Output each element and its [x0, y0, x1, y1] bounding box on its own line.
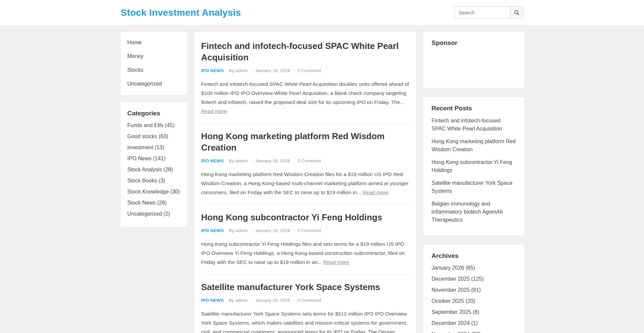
archive-link[interactable]: September 2025 (8) — [432, 309, 479, 315]
recent-post-link[interactable]: Satellite manufacturer York Space System… — [432, 180, 513, 194]
search-input[interactable] — [454, 6, 510, 19]
category-link[interactable]: IPO News (141) — [127, 156, 166, 161]
category-link[interactable]: Stock Books (3) — [127, 178, 165, 183]
post-comments-link[interactable]: 0 Comment — [298, 158, 321, 163]
sponsor-widget: Sponsor — [423, 32, 524, 88]
read-more-link[interactable]: Read more — [363, 189, 388, 195]
post-date-link[interactable]: January 16, 2026 — [255, 68, 290, 73]
category-item: Stock News (26) — [127, 199, 180, 206]
post-excerpt-text: Fintech and infotech-focused SPAC White … — [201, 81, 409, 105]
archive-link[interactable]: November 2024 (27) — [432, 331, 481, 333]
recent-posts-widget: Recent Posts Fintech and infotech-focuse… — [423, 97, 524, 235]
archive-item: October 2025 (20) — [432, 297, 516, 304]
categories-title: Categories — [127, 110, 180, 117]
post-title-link[interactable]: Hong Kong marketing platform Red Wisdom … — [201, 130, 409, 153]
post-item: Hong Kong marketing platform Red Wisdom … — [201, 130, 409, 197]
meta-separator: · — [251, 68, 252, 73]
posts-list: Fintech and infotech-focused SPAC White … — [195, 32, 416, 333]
nav-item-money[interactable]: Money — [121, 49, 187, 63]
post-title-link[interactable]: Satellite manufacturer York Space System… — [201, 281, 409, 293]
post-author: By admin — [229, 228, 248, 233]
archives-title: Archives — [432, 252, 516, 260]
category-item: IPO News (141) — [127, 155, 180, 162]
post-excerpt-text: Satellite manufacturer York Space System… — [201, 311, 408, 333]
category-link[interactable]: Stock News (26) — [127, 200, 167, 206]
post-author: By admin — [229, 298, 248, 303]
post-excerpt: Hong Kong marketing platform Red Wisdom … — [201, 170, 409, 197]
meta-separator: · — [293, 228, 294, 233]
category-link[interactable]: Uncategorized (2) — [127, 211, 170, 217]
archive-item: December 2024 (1) — [432, 320, 516, 327]
search-form — [454, 6, 524, 19]
meta-separator: · — [293, 68, 294, 73]
category-link[interactable]: Stock Knowledge (30) — [127, 189, 180, 195]
read-more-link[interactable]: Read more — [201, 108, 227, 114]
meta-separator: · — [293, 158, 294, 163]
category-link[interactable]: Funds and Etfs (45) — [127, 122, 175, 128]
nav-item-home[interactable]: Home — [121, 36, 187, 49]
read-more-link[interactable]: Read more — [323, 259, 349, 265]
post-comments-link[interactable]: 0 Comment — [298, 68, 321, 73]
category-item: Good stocks (63) — [127, 133, 180, 140]
nav-item-stocks[interactable]: Stocks — [121, 63, 187, 77]
nav-item-uncategorized[interactable]: Uncategorized — [121, 77, 187, 91]
category-item: investment (13) — [127, 144, 180, 151]
archives-widget: Archives January 2026 (65) December 2025… — [423, 245, 524, 333]
left-sidebar: Home Money Stocks Uncategorized Categori… — [121, 32, 187, 227]
recent-posts-list: Fintech and infotech-focused SPAC White … — [432, 117, 516, 224]
archives-list: January 2026 (65) December 2025 (125) No… — [432, 264, 516, 333]
post-author: By admin — [229, 68, 248, 73]
primary-nav: Home Money Stocks Uncategorized — [121, 32, 187, 95]
recent-posts-title: Recent Posts — [432, 105, 516, 112]
recent-post-item: Satellite manufacturer York Space System… — [432, 179, 516, 195]
post-comments-link[interactable]: 0 Comment — [298, 298, 321, 303]
archive-link[interactable]: December 2024 (1) — [432, 320, 478, 326]
post-excerpt: Fintech and infotech-focused SPAC White … — [201, 79, 409, 116]
post-meta: IPO NEWS By admin · January 16, 2026 · 0… — [201, 158, 409, 163]
recent-post-link[interactable]: Hong Kong subcontractor Yi Feng Holdings — [432, 159, 512, 173]
recent-post-item: Belgian immunology and inflammatory biot… — [432, 200, 516, 224]
recent-post-link[interactable]: Belgian immunology and inflammatory biot… — [432, 201, 503, 223]
post-author: By admin — [229, 158, 248, 163]
post-date-link[interactable]: January 16, 2026 — [255, 298, 290, 303]
category-item: Stock Analysis (28) — [127, 166, 180, 173]
post-category-link[interactable]: IPO NEWS — [201, 298, 224, 303]
post-excerpt-text: Hong Kong subcontractor Yi Feng Holdings… — [201, 241, 405, 265]
site-header: Stock Investment Analysis — [0, 0, 644, 25]
search-button[interactable] — [510, 6, 524, 19]
post-meta: IPO NEWS By admin · January 16, 2026 · 0… — [201, 228, 409, 233]
meta-separator: · — [293, 298, 294, 303]
post-date-link[interactable]: January 16, 2026 — [255, 158, 290, 163]
post-date-link[interactable]: January 16, 2026 — [255, 228, 290, 233]
meta-separator: · — [251, 228, 252, 233]
post-category-link[interactable]: IPO NEWS — [201, 228, 224, 233]
right-sidebar: Sponsor Recent Posts Fintech and infotec… — [423, 32, 524, 333]
site-title-link[interactable]: Stock Investment Analysis — [121, 7, 241, 18]
post-category-link[interactable]: IPO NEWS — [201, 68, 224, 73]
archive-item: December 2025 (125) — [432, 275, 516, 282]
recent-post-link[interactable]: Hong Kong marketing platform Red Wisdom … — [432, 138, 516, 152]
category-link[interactable]: investment (13) — [127, 145, 164, 150]
meta-separator: · — [251, 298, 252, 303]
post-title-link[interactable]: Fintech and infotech-focused SPAC White … — [201, 40, 409, 63]
post-excerpt: Satellite manufacturer York Space System… — [201, 309, 409, 333]
meta-separator: · — [251, 158, 252, 163]
archive-link[interactable]: December 2025 (125) — [432, 276, 484, 282]
archive-link[interactable]: November 2025 (81) — [432, 287, 481, 293]
categories-list: Funds and Etfs (45) Good stocks (63) inv… — [127, 122, 180, 217]
post-meta: IPO NEWS By admin · January 16, 2026 · 0… — [201, 68, 409, 73]
post-excerpt: Hong Kong subcontractor Yi Feng Holdings… — [201, 239, 409, 267]
recent-post-link[interactable]: Fintech and infotech-focused SPAC White … — [432, 118, 502, 131]
archive-link[interactable]: January 2026 (65) — [432, 265, 475, 271]
category-link[interactable]: Good stocks (63) — [127, 133, 168, 139]
post-comments-link[interactable]: 0 Comment — [298, 228, 321, 233]
category-link[interactable]: Stock Analysis (28) — [127, 167, 173, 172]
recent-post-item: Hong Kong subcontractor Yi Feng Holdings — [432, 158, 516, 174]
category-item: Uncategorized (2) — [127, 210, 180, 217]
post-category-link[interactable]: IPO NEWS — [201, 158, 224, 163]
archive-item: November 2024 (27) — [432, 331, 516, 333]
post-title-link[interactable]: Hong Kong subcontractor Yi Feng Holdings — [201, 212, 409, 223]
post-divider — [201, 205, 409, 205]
category-item: Stock Knowledge (30) — [127, 188, 180, 195]
archive-link[interactable]: October 2025 (20) — [432, 298, 475, 304]
